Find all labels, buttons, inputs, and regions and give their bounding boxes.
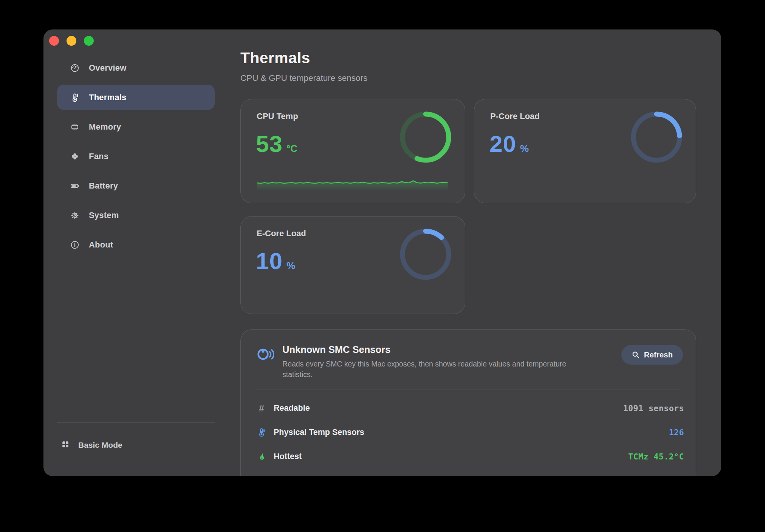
- e-core-ring-gauge: [399, 228, 452, 281]
- cpu-temp-card: CPU Temp 53 °C: [240, 99, 465, 203]
- thermometer-icon: [70, 93, 80, 102]
- e-core-value: 10: [256, 247, 283, 274]
- sidebar: Overview Thermals: [57, 55, 215, 257]
- stat-label: P-Core Load: [490, 111, 540, 121]
- stat-value: 20 %: [489, 130, 529, 157]
- sidebar-item-label: Fans: [89, 152, 108, 161]
- zoom-button[interactable]: [84, 36, 94, 46]
- row-label: Physical Temp Sensors: [274, 428, 364, 437]
- sidebar-item-battery[interactable]: Battery: [57, 173, 215, 198]
- page-title: Thermals: [240, 49, 310, 67]
- cpu-temp-sparkline: [257, 176, 448, 191]
- sidebar-item-system[interactable]: System: [57, 203, 215, 228]
- number-sign-icon: #: [256, 403, 267, 414]
- fan-icon: [70, 152, 80, 161]
- row-label: Readable: [274, 404, 310, 413]
- sidebar-item-label: Memory: [89, 122, 121, 132]
- p-core-ring-gauge: [630, 111, 683, 164]
- sidebar-item-overview[interactable]: Overview: [57, 55, 215, 80]
- cpu-temp-unit: °C: [286, 143, 297, 155]
- basic-mode-toggle[interactable]: Basic Mode: [57, 433, 218, 458]
- sidebar-item-memory[interactable]: Memory: [57, 114, 215, 139]
- app-window: Overview Thermals: [43, 29, 721, 476]
- stat-value: 53 °C: [256, 130, 297, 157]
- readable-count: 1091 sensors: [623, 404, 684, 413]
- sidebar-item-label: Thermals: [89, 93, 126, 102]
- smc-panel-header: Unknown SMC Sensors Reads every SMC key …: [241, 330, 696, 380]
- minimize-button[interactable]: [67, 36, 76, 46]
- info-circle-icon: [70, 240, 80, 250]
- sidebar-item-label: System: [89, 210, 119, 220]
- gear-icon: [70, 210, 80, 220]
- smc-panel-title: Unknown SMC Sensors: [282, 344, 613, 355]
- cpu-temp-ring-gauge: [399, 111, 452, 164]
- e-core-unit: %: [286, 260, 295, 272]
- sensor-icon: [256, 344, 274, 362]
- stat-label: E-Core Load: [257, 229, 306, 238]
- cpu-temp-value: 53: [256, 130, 283, 157]
- stat-value: 10 %: [256, 247, 295, 274]
- thermometer-icon: [256, 427, 267, 437]
- row-label: Hottest: [274, 452, 302, 461]
- sidebar-item-thermals[interactable]: Thermals: [57, 85, 215, 110]
- flame-icon: [256, 452, 267, 461]
- smc-title-block: Unknown SMC Sensors Reads every SMC key …: [282, 343, 613, 380]
- smc-panel-description: Reads every SMC key this Mac exposes, th…: [282, 359, 581, 380]
- refresh-button[interactable]: Refresh: [621, 345, 683, 365]
- smc-divider: [256, 390, 681, 390]
- sidebar-item-fans[interactable]: Fans: [57, 144, 215, 169]
- smc-row-hottest: Hottest TCMz 45.2°C: [256, 444, 684, 469]
- page-subtitle: CPU & GPU temperature sensors: [240, 73, 367, 83]
- smc-stats-list: # Readable 1091 sensors Physical Temp Se…: [256, 396, 684, 469]
- sidebar-item-label: About: [89, 240, 113, 250]
- gauge-icon: [70, 63, 80, 73]
- p-core-load-card: P-Core Load 20 %: [474, 99, 696, 203]
- grid-icon: [61, 440, 70, 450]
- refresh-button-label: Refresh: [644, 350, 673, 359]
- smc-row-physical-temp: Physical Temp Sensors 126: [256, 420, 684, 444]
- sidebar-item-label: Overview: [89, 63, 126, 73]
- sidebar-item-about[interactable]: About: [57, 232, 215, 257]
- smc-sensors-panel: Unknown SMC Sensors Reads every SMC key …: [240, 329, 696, 476]
- stat-label: CPU Temp: [257, 111, 298, 121]
- hottest-sensor-value: TCMz 45.2°C: [628, 452, 684, 461]
- traffic-lights: [49, 36, 94, 46]
- memory-chip-icon: [70, 122, 80, 132]
- physical-temp-count: 126: [669, 428, 684, 437]
- p-core-value: 20: [489, 130, 516, 157]
- smc-row-readable: # Readable 1091 sensors: [256, 396, 684, 420]
- close-button[interactable]: [49, 36, 59, 46]
- sidebar-item-label: Battery: [89, 181, 118, 191]
- search-icon: [632, 351, 640, 359]
- p-core-unit: %: [520, 143, 529, 155]
- sidebar-divider: [57, 422, 215, 423]
- basic-mode-label: Basic Mode: [78, 441, 122, 450]
- e-core-load-card: E-Core Load 10 %: [240, 216, 465, 314]
- battery-icon: [70, 181, 80, 191]
